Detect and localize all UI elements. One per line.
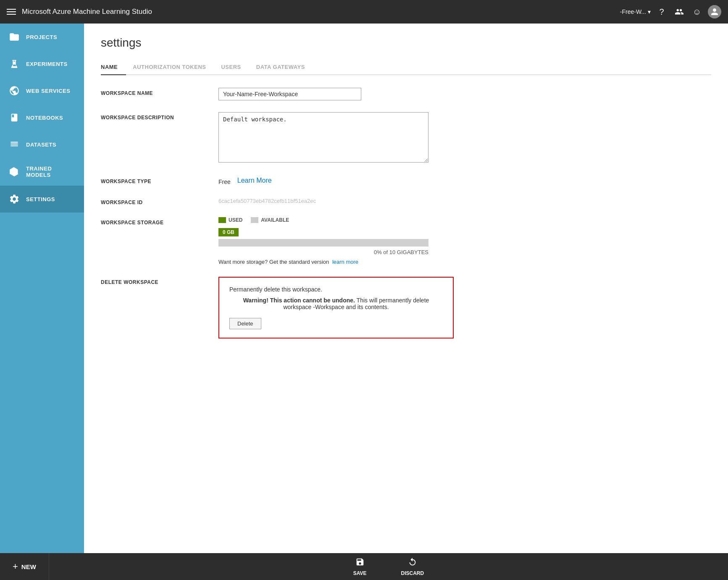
sidebar-label-experiments: EXPERIMENTS xyxy=(26,61,68,67)
tab-auth-tokens[interactable]: AUTHORIZATION TOKENS xyxy=(133,60,214,74)
workspace-id-text: 6cac1efa50773eb4782cefb11bf51ea2ec xyxy=(218,195,316,204)
flask-icon xyxy=(8,58,20,70)
workspace-type-text: Free xyxy=(218,176,231,185)
save-label: SAVE xyxy=(353,570,367,576)
workspace-description-value: Default workspace. xyxy=(218,112,711,164)
workspace-type-label: WORKSPACE TYPE xyxy=(101,176,218,184)
delete-workspace-label: DELETE WORKSPACE xyxy=(101,277,218,285)
notebook-icon xyxy=(8,112,20,123)
globe-icon xyxy=(8,85,20,97)
storage-more-text: Want more storage? Get the standard vers… xyxy=(218,259,711,265)
plus-icon: + xyxy=(13,562,18,571)
delete-workspace-value: Permanently delete this workspace. Warni… xyxy=(218,277,711,339)
delete-warning: Warning! This action cannot be undone. T… xyxy=(229,297,443,310)
sidebar-label-projects: PROJECTS xyxy=(26,34,57,40)
tab-users[interactable]: USERS xyxy=(221,60,249,74)
sidebar-label-datasets: DATASETS xyxy=(26,142,56,148)
cube-icon xyxy=(8,166,20,178)
tab-data-gateways[interactable]: DATA GATEWAYS xyxy=(256,60,313,74)
main-layout: PROJECTS EXPERIMENTS WEB SERVICES NOTEBO… xyxy=(0,24,728,553)
available-swatch xyxy=(251,217,258,223)
workspace-id-label: WORKSPACE ID xyxy=(101,197,218,205)
tabs: NAME AUTHORIZATION TOKENS USERS DATA GAT… xyxy=(101,60,711,75)
storage-learn-more-link[interactable]: learn more xyxy=(332,259,358,265)
workspace-name-input[interactable] xyxy=(218,88,361,100)
storage-used-legend: USED xyxy=(218,217,242,223)
chevron-down-icon: ▾ xyxy=(648,8,651,15)
workspace-description-input[interactable]: Default workspace. xyxy=(218,112,428,163)
learn-more-link[interactable]: Learn More xyxy=(237,177,272,184)
folder-icon xyxy=(8,31,20,43)
topnav-right: -Free-W... ▾ ? ☺ xyxy=(620,5,721,18)
sidebar-label-trained-models: TRAINED MODELS xyxy=(26,165,76,178)
delete-workspace-box: Permanently delete this workspace. Warni… xyxy=(218,277,454,339)
workspace-storage-label: WORKSPACE STORAGE xyxy=(101,217,218,226)
workspace-storage-row: WORKSPACE STORAGE USED AVAILABLE 0 GB xyxy=(101,217,711,265)
sidebar-item-web-services[interactable]: WEB SERVICES xyxy=(0,77,84,104)
storage-amount-badge: 0 GB xyxy=(218,228,239,236)
save-icon xyxy=(355,557,365,569)
tab-name[interactable]: NAME xyxy=(101,60,126,75)
datasets-icon xyxy=(8,139,20,150)
sidebar-item-datasets[interactable]: DATASETS xyxy=(0,131,84,158)
help-icon[interactable]: ? xyxy=(655,5,668,18)
sidebar-item-projects[interactable]: PROJECTS xyxy=(0,24,84,50)
storage-bar xyxy=(218,239,428,247)
used-swatch xyxy=(218,217,226,223)
discard-icon xyxy=(408,557,417,569)
users-icon[interactable] xyxy=(673,5,686,18)
discard-action[interactable]: DISCARD xyxy=(394,554,431,580)
discard-label: DISCARD xyxy=(401,570,424,576)
bottom-bar: + NEW SAVE DISCARD xyxy=(0,553,728,580)
workspace-selector[interactable]: -Free-W... ▾ xyxy=(620,8,651,15)
storage-percent-text: 0% of 10 GIGABYTES xyxy=(218,249,428,255)
workspace-type-value: Free Learn More xyxy=(218,176,711,185)
bottombar-actions: SAVE DISCARD xyxy=(49,554,728,580)
save-action[interactable]: SAVE xyxy=(347,554,373,580)
sidebar-item-settings[interactable]: SETTINGS xyxy=(0,186,84,213)
workspace-id-row: WORKSPACE ID 6cac1efa50773eb4782cefb11bf… xyxy=(101,197,711,205)
delete-button[interactable]: Delete xyxy=(229,318,261,329)
storage-available-legend: AVAILABLE xyxy=(251,217,289,223)
workspace-name-label: WORKSPACE NAME xyxy=(101,88,218,96)
avatar[interactable] xyxy=(708,5,721,18)
sidebar-item-notebooks[interactable]: NOTEBOOKS xyxy=(0,104,84,131)
new-button[interactable]: + NEW xyxy=(0,553,49,580)
storage-bar-used xyxy=(218,239,221,247)
page-title: settings xyxy=(101,36,711,50)
storage-more-label: Want more storage? Get the standard vers… xyxy=(218,259,329,265)
new-label: NEW xyxy=(21,563,36,570)
sidebar-item-experiments[interactable]: EXPERIMENTS xyxy=(0,50,84,77)
storage-legend: USED AVAILABLE xyxy=(218,217,711,223)
sidebar-item-trained-models[interactable]: TRAINED MODELS xyxy=(0,158,84,186)
app-title: Microsoft Azure Machine Learning Studio xyxy=(22,8,614,16)
workspace-storage-value: USED AVAILABLE 0 GB 0% of 10 GIGABYTES W… xyxy=(218,217,711,265)
workspace-id-value: 6cac1efa50773eb4782cefb11bf51ea2ec xyxy=(218,197,711,205)
top-nav: Microsoft Azure Machine Learning Studio … xyxy=(0,0,728,24)
used-label: USED xyxy=(229,217,242,223)
gear-icon xyxy=(8,193,20,205)
delete-workspace-row: DELETE WORKSPACE Permanently delete this… xyxy=(101,277,711,339)
workspace-name-row: WORKSPACE NAME xyxy=(101,88,711,100)
workspace-description-label: WORKSPACE DESCRIPTION xyxy=(101,112,218,121)
workspace-type-row: WORKSPACE TYPE Free Learn More xyxy=(101,176,711,185)
sidebar-label-settings: SETTINGS xyxy=(26,196,55,202)
sidebar-label-notebooks: NOTEBOOKS xyxy=(26,115,63,121)
main-content: settings NAME AUTHORIZATION TOKENS USERS… xyxy=(84,24,728,553)
sidebar-label-web-services: WEB SERVICES xyxy=(26,88,70,94)
sidebar: PROJECTS EXPERIMENTS WEB SERVICES NOTEBO… xyxy=(0,24,84,553)
hamburger-menu[interactable] xyxy=(7,9,16,15)
workspace-name-value xyxy=(218,88,711,100)
workspace-description-row: WORKSPACE DESCRIPTION Default workspace. xyxy=(101,112,711,164)
feedback-icon[interactable]: ☺ xyxy=(690,5,704,18)
delete-line1: Permanently delete this workspace. xyxy=(229,286,443,293)
available-label: AVAILABLE xyxy=(261,217,289,223)
